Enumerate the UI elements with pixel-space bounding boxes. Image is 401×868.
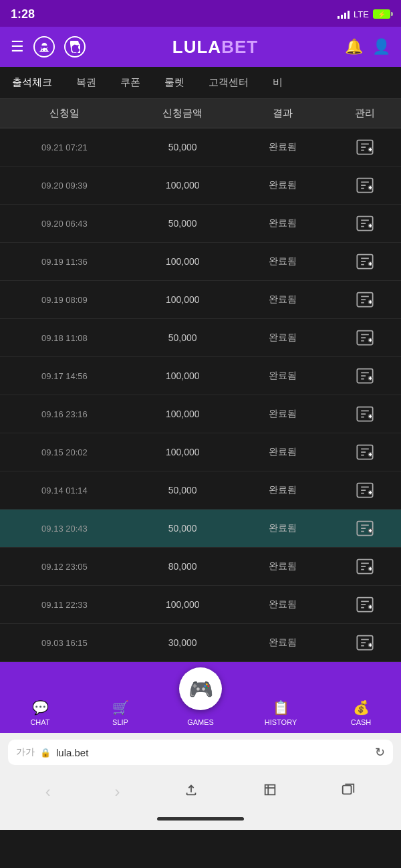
table-row[interactable]: 09.14 01:14 50,000 완료됨 — [0, 471, 401, 510]
table-body: 09.21 07:21 50,000 완료됨 09.20 09:39 100,0… — [0, 128, 401, 662]
nav-slip[interactable]: 🛒 SLIP — [80, 699, 160, 726]
table-row[interactable]: 09.12 23:05 80,000 완료됨 — [0, 548, 401, 586]
logo: LULABET — [172, 37, 258, 58]
status-time: 1:28 — [11, 7, 35, 21]
table-row[interactable]: 09.11 22:33 100,000 완료됨 — [0, 586, 401, 624]
table-row[interactable]: 09.21 07:21 50,000 완료됨 — [0, 128, 401, 167]
cell-status: 완료됨 — [237, 408, 329, 420]
table-row[interactable]: 09.03 16:15 30,000 완료됨 — [0, 624, 401, 662]
header-right: 🔔 👤 — [345, 38, 390, 56]
cell-manage[interactable] — [329, 557, 401, 576]
cell-manage[interactable] — [329, 214, 401, 233]
cell-date: 09.20 09:39 — [0, 181, 129, 191]
nav-tab-lottery[interactable]: 복권 — [64, 67, 108, 98]
cell-date: 09.13 20:43 — [0, 524, 129, 534]
cell-status: 완료됨 — [237, 522, 329, 534]
header-left: ☰ — [11, 36, 86, 58]
cell-manage[interactable] — [329, 595, 401, 614]
table-row[interactable]: 09.20 06:43 50,000 완료됨 — [0, 205, 401, 243]
cell-amount: 100,000 — [129, 599, 237, 610]
nav-tab-roulette[interactable]: 룰렛 — [152, 67, 196, 98]
hamburger-menu[interactable]: ☰ — [11, 38, 24, 56]
nav-history[interactable]: 📋 HISTORY — [241, 699, 321, 726]
cell-amount: 100,000 — [129, 370, 237, 381]
table-row[interactable]: 09.16 23:16 100,000 완료됨 — [0, 395, 401, 433]
browser-bar: 가가 🔒 lula.bet ↻ — [0, 733, 401, 772]
chat-icon: 💬 — [32, 699, 49, 716]
cell-status: 완료됨 — [237, 560, 329, 572]
chat-label: CHAT — [30, 718, 49, 726]
tabs-button[interactable] — [341, 782, 356, 801]
nav-chat[interactable]: 💬 CHAT — [0, 699, 80, 726]
share-button[interactable] — [184, 782, 198, 801]
apple-icon[interactable] — [64, 36, 86, 58]
cell-amount: 50,000 — [129, 142, 237, 152]
cell-status: 완료됨 — [237, 217, 329, 229]
status-bar: 1:28 LTE ⚡ — [0, 0, 401, 27]
cell-manage[interactable] — [329, 366, 401, 385]
cell-date: 09.15 20:02 — [0, 447, 129, 457]
cell-manage[interactable] — [329, 519, 401, 538]
status-icons: LTE ⚡ — [338, 9, 390, 19]
cell-amount: 50,000 — [129, 485, 237, 496]
cell-status: 완료됨 — [237, 637, 329, 649]
cell-status: 완료됨 — [237, 141, 329, 153]
cell-date: 09.03 16:15 — [0, 638, 129, 648]
table-row[interactable]: 09.19 08:09 100,000 완료됨 — [0, 281, 401, 319]
table-row[interactable]: 09.15 20:02 100,000 완료됨 — [0, 433, 401, 471]
nav-tab-more[interactable]: 비 — [261, 67, 295, 98]
cell-manage[interactable] — [329, 481, 401, 500]
table-row[interactable]: 09.20 09:39 100,000 완료됨 — [0, 167, 401, 205]
cell-date: 09.19 08:09 — [0, 295, 129, 305]
table-header: 신청일 신청금액 결과 관리 — [0, 99, 401, 128]
cell-date: 09.19 11:36 — [0, 257, 129, 267]
table-row[interactable]: 09.17 14:56 100,000 완료됨 — [0, 357, 401, 395]
reload-icon[interactable]: ↻ — [375, 745, 385, 760]
cell-amount: 100,000 — [129, 409, 237, 419]
slip-icon: 🛒 — [112, 699, 129, 716]
games-label: GAMES — [187, 718, 214, 726]
user-icon[interactable]: 👤 — [372, 38, 390, 56]
android-icon[interactable] — [33, 36, 55, 58]
cell-manage[interactable] — [329, 176, 401, 195]
nav-tabs: 출석체크 복권 쿠폰 룰렛 고객센터 비 — [0, 67, 401, 99]
nav-tab-coupon[interactable]: 쿠폰 — [108, 67, 152, 98]
col-amount: 신청금액 — [129, 107, 237, 120]
lte-label: LTE — [354, 9, 369, 19]
cell-status: 완료됨 — [237, 255, 329, 267]
history-icon: 📋 — [273, 699, 289, 716]
slip-label: SLIP — [112, 718, 128, 726]
cell-manage[interactable] — [329, 138, 401, 156]
nav-cash[interactable]: 💰 CASH — [321, 699, 401, 726]
bookmarks-button[interactable] — [263, 782, 277, 801]
cell-amount: 80,000 — [129, 561, 237, 572]
cell-manage[interactable] — [329, 252, 401, 271]
bell-icon[interactable]: 🔔 — [345, 38, 363, 56]
cell-status: 완료됨 — [237, 446, 329, 458]
cell-amount: 100,000 — [129, 256, 237, 267]
cell-manage[interactable] — [329, 443, 401, 461]
table-row[interactable]: 09.13 20:43 50,000 완료됨 — [0, 510, 401, 548]
svg-rect-28 — [343, 786, 352, 794]
table-row[interactable]: 09.19 11:36 100,000 완료됨 — [0, 243, 401, 281]
cell-manage[interactable] — [329, 328, 401, 347]
cell-manage[interactable] — [329, 290, 401, 309]
nav-games[interactable]: 🎮 GAMES — [160, 667, 241, 726]
cell-date: 09.11 22:33 — [0, 600, 129, 610]
signal-bars-icon — [338, 9, 350, 19]
cell-amount: 50,000 — [129, 332, 237, 343]
cash-icon: 💰 — [353, 699, 370, 716]
cell-amount: 100,000 — [129, 180, 237, 191]
gamepad-icon: 🎮 — [188, 677, 213, 701]
nav-tab-attendance[interactable]: 출석체크 — [0, 67, 64, 98]
back-button[interactable]: ‹ — [45, 782, 51, 801]
nav-tab-support[interactable]: 고객센터 — [196, 67, 261, 98]
cell-status: 완료됨 — [237, 370, 329, 382]
cell-manage[interactable] — [329, 633, 401, 652]
forward-button[interactable]: › — [114, 782, 120, 801]
cell-date: 09.21 07:21 — [0, 142, 129, 152]
games-button[interactable]: 🎮 — [179, 667, 222, 710]
url-bar[interactable]: 가가 🔒 lula.bet ↻ — [8, 740, 393, 765]
table-row[interactable]: 09.18 11:08 50,000 완료됨 — [0, 319, 401, 357]
cell-manage[interactable] — [329, 405, 401, 423]
